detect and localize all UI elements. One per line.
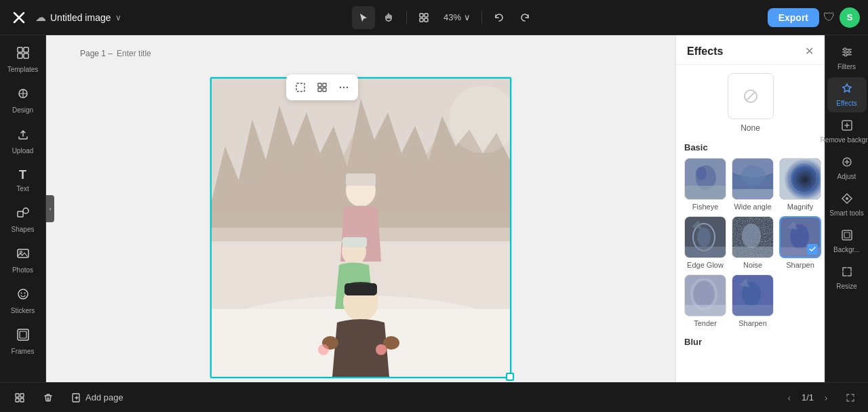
svg-rect-11 bbox=[18, 211, 23, 217]
svg-rect-61 bbox=[685, 247, 726, 258]
view-options-button[interactable] bbox=[412, 6, 435, 29]
svg-point-64 bbox=[742, 224, 761, 248]
sidebar-item-templates[interactable]: Templates bbox=[3, 41, 43, 79]
smart-tools-label: Smart tools bbox=[829, 209, 864, 217]
resize-label: Resize bbox=[836, 283, 857, 290]
grid-view-button[interactable] bbox=[8, 389, 31, 407]
svg-rect-87 bbox=[16, 394, 19, 397]
effect-tender[interactable]: Tender bbox=[684, 274, 726, 327]
far-right-effects[interactable]: Effects bbox=[827, 77, 867, 112]
svg-rect-20 bbox=[296, 83, 304, 91]
sidebar-item-frames[interactable]: Frames bbox=[3, 323, 43, 360]
logo-icon[interactable] bbox=[8, 7, 30, 28]
effect-magnify[interactable]: Magnify bbox=[779, 158, 821, 211]
sidebar-item-text[interactable]: T Text bbox=[3, 163, 43, 198]
svg-point-12 bbox=[23, 208, 28, 213]
sharpen-selected-label: Sharpen bbox=[786, 261, 814, 269]
svg-point-25 bbox=[340, 87, 341, 88]
svg-rect-2 bbox=[420, 14, 423, 17]
svg-rect-40 bbox=[344, 283, 377, 295]
avatar[interactable]: S bbox=[840, 7, 860, 28]
svg-point-44 bbox=[318, 344, 329, 355]
effects-close-button[interactable]: ✕ bbox=[805, 45, 814, 58]
sidebar-item-upload[interactable]: Upload bbox=[3, 122, 43, 160]
chevron-down-icon: ∨ bbox=[115, 13, 121, 22]
grid-tool-button[interactable] bbox=[312, 77, 332, 98]
page-title-input[interactable] bbox=[117, 49, 218, 58]
redo-button[interactable] bbox=[513, 6, 536, 29]
svg-rect-19 bbox=[20, 331, 26, 338]
zoom-level: 43% bbox=[443, 12, 461, 22]
select-tool-button[interactable] bbox=[352, 6, 375, 29]
sidebar-item-stickers[interactable]: Stickers bbox=[3, 282, 43, 320]
expand-button[interactable] bbox=[841, 388, 860, 407]
export-button[interactable]: Export bbox=[768, 8, 819, 27]
svg-point-16 bbox=[20, 293, 22, 294]
sidebar-templates-label: Templates bbox=[7, 66, 39, 73]
svg-rect-86 bbox=[844, 232, 850, 238]
sidebar-item-photos[interactable]: Photos bbox=[3, 241, 43, 279]
background-icon bbox=[841, 229, 853, 244]
svg-point-43 bbox=[376, 344, 387, 355]
hand-tool-button[interactable] bbox=[378, 6, 401, 29]
design-icon bbox=[16, 87, 30, 104]
adjust-label: Adjust bbox=[837, 173, 856, 180]
fisheye-label: Fisheye bbox=[692, 203, 719, 211]
text-icon: T bbox=[19, 168, 26, 182]
effects-label: Effects bbox=[836, 100, 856, 107]
effect-edge-glow[interactable]: Edge Glow bbox=[684, 216, 726, 269]
resize-icon bbox=[841, 266, 853, 281]
nav-next-button[interactable]: › bbox=[816, 388, 835, 407]
far-right-remove-bg[interactable]: Remove backgr... bbox=[827, 114, 867, 149]
svg-rect-90 bbox=[20, 398, 24, 402]
svg-rect-65 bbox=[732, 247, 774, 258]
sidebar-design-label: Design bbox=[12, 106, 33, 114]
effect-noise[interactable]: Noise bbox=[732, 216, 774, 269]
effect-sharpen-2[interactable]: Sharpen bbox=[732, 274, 774, 327]
remove-bg-icon bbox=[841, 119, 853, 134]
page-indicator: 1/1 bbox=[802, 392, 814, 403]
svg-rect-8 bbox=[18, 54, 22, 58]
effect-sharpen-selected[interactable]: Sharpen bbox=[779, 216, 821, 269]
svg-point-81 bbox=[844, 54, 847, 56]
doc-name-area[interactable]: ☁ Untitled image ∨ bbox=[35, 11, 121, 24]
add-page-button[interactable]: Add page bbox=[65, 388, 130, 407]
sidebar-photos-label: Photos bbox=[12, 266, 33, 274]
nav-prev-button[interactable]: ‹ bbox=[780, 388, 799, 407]
adjust-icon bbox=[841, 156, 853, 171]
sidebar-stickers-label: Stickers bbox=[11, 307, 35, 314]
svg-rect-37 bbox=[342, 237, 367, 247]
svg-rect-5 bbox=[425, 18, 428, 22]
svg-point-80 bbox=[848, 51, 850, 54]
image-container[interactable] bbox=[210, 77, 511, 378]
sidebar-shapes-label: Shapes bbox=[12, 226, 35, 233]
sidebar-frames-label: Frames bbox=[12, 348, 35, 355]
sidebar-item-shapes[interactable]: Shapes bbox=[3, 201, 43, 239]
sidebar-item-design[interactable]: Design bbox=[3, 81, 43, 119]
effect-wide-angle[interactable]: Wide angle bbox=[732, 158, 774, 211]
far-right-resize[interactable]: Resize bbox=[827, 260, 867, 295]
frames-icon bbox=[16, 328, 30, 345]
shield-icon[interactable]: 🛡 bbox=[823, 10, 835, 24]
far-right-filters[interactable]: Filters bbox=[827, 41, 867, 76]
zoom-selector[interactable]: 43% ∨ bbox=[438, 9, 476, 25]
far-right-adjust[interactable]: Adjust bbox=[827, 150, 867, 186]
svg-point-79 bbox=[844, 48, 846, 51]
far-right-smart-tools[interactable]: Smart tools bbox=[827, 187, 867, 222]
effect-fisheye[interactable]: Fisheye bbox=[684, 158, 726, 211]
collapse-handle[interactable]: › bbox=[46, 195, 54, 222]
cloud-icon: ☁ bbox=[35, 11, 46, 24]
svg-rect-34 bbox=[346, 173, 376, 186]
effects-icon bbox=[841, 83, 853, 98]
undo-button[interactable] bbox=[488, 6, 511, 29]
svg-point-53 bbox=[741, 165, 766, 186]
far-right-background[interactable]: Backgr... bbox=[827, 224, 867, 259]
svg-rect-71 bbox=[685, 305, 726, 316]
svg-rect-85 bbox=[842, 230, 852, 240]
delete-button[interactable] bbox=[37, 389, 60, 407]
svg-point-70 bbox=[693, 281, 715, 308]
selection-tool-button[interactable] bbox=[290, 77, 311, 98]
resize-handle[interactable] bbox=[506, 373, 514, 381]
none-option[interactable]: None bbox=[684, 73, 816, 133]
more-options-button[interactable] bbox=[334, 77, 354, 98]
